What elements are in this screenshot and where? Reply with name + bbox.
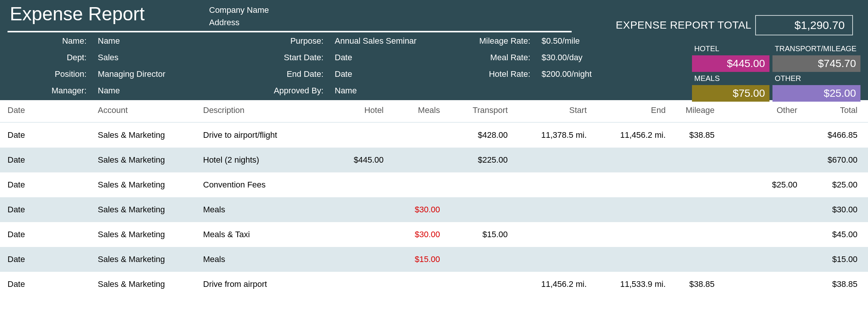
cell-start: 11,378.5 mi. bbox=[511, 122, 590, 148]
table-row: DateSales & MarketingHotel (2 nights)$44… bbox=[0, 148, 868, 172]
company-name: Company Name bbox=[209, 4, 269, 16]
mileage-rate-value: $0.50/mile bbox=[542, 36, 639, 46]
report-header: Expense Report Company Name Address EXPE… bbox=[0, 0, 868, 100]
cell-hotel bbox=[327, 172, 387, 197]
grand-total-label: EXPENSE REPORT TOTAL bbox=[616, 19, 751, 31]
cell-total: $25.00 bbox=[801, 172, 868, 197]
other-tile-label: OTHER bbox=[772, 74, 860, 83]
cell-date: Date bbox=[0, 247, 94, 272]
cell-total: $45.00 bbox=[801, 222, 868, 247]
cell-transport: $225.00 bbox=[444, 148, 511, 172]
table-row: DateSales & MarketingDrive from airport1… bbox=[0, 272, 868, 297]
cell-description: Drive to airport/flight bbox=[199, 122, 327, 148]
cell-total: $670.00 bbox=[801, 148, 868, 172]
cell-hotel bbox=[327, 122, 387, 148]
name-value: Name bbox=[98, 36, 211, 46]
cell-transport: $428.00 bbox=[444, 122, 511, 148]
hotel-tile-label: HOTEL bbox=[692, 44, 769, 53]
cell-date: Date bbox=[0, 272, 94, 297]
cell-mileage bbox=[669, 148, 718, 172]
cell-mileage bbox=[669, 172, 718, 197]
col-hotel: Hotel bbox=[327, 100, 387, 122]
cell-date: Date bbox=[0, 222, 94, 247]
cell-date: Date bbox=[0, 148, 94, 172]
cell-total: $30.00 bbox=[801, 197, 868, 222]
col-account: Account bbox=[94, 100, 199, 122]
table-row: DateSales & MarketingDrive to airport/fl… bbox=[0, 122, 868, 148]
col-mileage: Mileage bbox=[669, 100, 718, 122]
cell-description: Meals bbox=[199, 247, 327, 272]
cell-meals bbox=[387, 272, 444, 297]
startdate-label: Start Date: bbox=[211, 53, 323, 62]
cell-other: $25.00 bbox=[718, 172, 801, 197]
cell-meals: $30.00 bbox=[387, 222, 444, 247]
hotel-tile-value: $445.00 bbox=[692, 55, 769, 72]
cell-total: $466.85 bbox=[801, 122, 868, 148]
cell-meals: $15.00 bbox=[387, 247, 444, 272]
manager-value: Name bbox=[98, 86, 211, 96]
table-row: DateSales & MarketingConvention Fees$25.… bbox=[0, 172, 868, 197]
enddate-value: Date bbox=[335, 69, 436, 79]
cell-description: Meals bbox=[199, 197, 327, 222]
cell-meals bbox=[387, 148, 444, 172]
cell-transport bbox=[444, 197, 511, 222]
cell-end: 11,456.2 mi. bbox=[590, 122, 669, 148]
cell-transport bbox=[444, 172, 511, 197]
cell-mileage bbox=[669, 197, 718, 222]
cell-account: Sales & Marketing bbox=[94, 197, 199, 222]
cell-start bbox=[511, 222, 590, 247]
cell-date: Date bbox=[0, 122, 94, 148]
cell-other bbox=[718, 122, 801, 148]
enddate-label: End Date: bbox=[211, 69, 323, 79]
meals-tile-value: $75.00 bbox=[692, 85, 769, 102]
name-label: Name: bbox=[8, 36, 86, 46]
approved-value: Name bbox=[335, 86, 436, 96]
col-total: Total bbox=[801, 100, 868, 122]
cell-other bbox=[718, 197, 801, 222]
cell-account: Sales & Marketing bbox=[94, 148, 199, 172]
grand-total-value: $1,290.70 bbox=[755, 15, 853, 35]
cell-other bbox=[718, 272, 801, 297]
mileage-rate-label: Mileage Rate: bbox=[436, 36, 530, 46]
report-title: Expense Report bbox=[10, 3, 209, 25]
cell-meals bbox=[387, 122, 444, 148]
cell-hotel bbox=[327, 222, 387, 247]
cell-start bbox=[511, 197, 590, 222]
company-block: Company Name Address bbox=[209, 4, 269, 29]
cell-other bbox=[718, 222, 801, 247]
cell-mileage bbox=[669, 247, 718, 272]
dept-label: Dept: bbox=[8, 53, 86, 62]
cell-end bbox=[590, 172, 669, 197]
meal-rate-value: $30.00/day bbox=[542, 53, 639, 62]
cell-transport bbox=[444, 272, 511, 297]
col-transport: Transport bbox=[444, 100, 511, 122]
purpose-value: Annual Sales Seminar bbox=[335, 36, 436, 46]
col-start: Start bbox=[511, 100, 590, 122]
cell-end bbox=[590, 148, 669, 172]
transport-tile-label: TRANSPORT/MILEAGE bbox=[772, 44, 860, 53]
other-tile-value: $25.00 bbox=[772, 85, 860, 102]
col-description: Description bbox=[199, 100, 327, 122]
col-date: Date bbox=[0, 100, 94, 122]
cell-other bbox=[718, 148, 801, 172]
cell-transport: $15.00 bbox=[444, 222, 511, 247]
cell-meals: $30.00 bbox=[387, 197, 444, 222]
col-other: Other bbox=[718, 100, 801, 122]
table-row: DateSales & MarketingMeals & Taxi$30.00$… bbox=[0, 222, 868, 247]
position-label: Position: bbox=[8, 69, 86, 79]
cell-account: Sales & Marketing bbox=[94, 247, 199, 272]
col-end: End bbox=[590, 100, 669, 122]
table-row: DateSales & MarketingMeals$15.00$15.00 bbox=[0, 247, 868, 272]
cell-end bbox=[590, 197, 669, 222]
table-row: DateSales & MarketingMeals$30.00$30.00 bbox=[0, 197, 868, 222]
cell-description: Convention Fees bbox=[199, 172, 327, 197]
col-meals: Meals bbox=[387, 100, 444, 122]
cell-start bbox=[511, 148, 590, 172]
transport-tile-value: $745.70 bbox=[772, 55, 860, 72]
cell-description: Meals & Taxi bbox=[199, 222, 327, 247]
cell-date: Date bbox=[0, 197, 94, 222]
cell-total: $38.85 bbox=[801, 272, 868, 297]
startdate-value: Date bbox=[335, 53, 436, 62]
cell-mileage: $38.85 bbox=[669, 122, 718, 148]
hotel-rate-label: Hotel Rate: bbox=[436, 69, 530, 79]
